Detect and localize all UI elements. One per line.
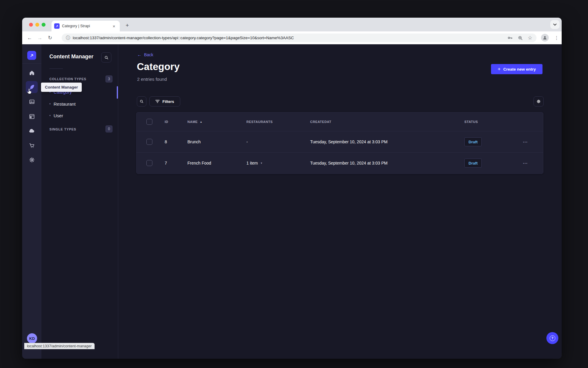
tab-strip: Category | Strapi × + [22, 18, 562, 31]
chevron-down-icon [553, 24, 557, 26]
active-item-indicator [117, 86, 118, 99]
cloud-icon [28, 127, 35, 134]
table-row[interactable]: 7 French Food 1 item▼ Tuesday, September… [137, 152, 543, 174]
media-library-icon [29, 99, 35, 105]
header-name[interactable]: NAME▲ [187, 120, 246, 124]
table-row[interactable]: 8 Brunch - Tuesday, September 10, 2024 a… [137, 131, 543, 152]
header-createdat[interactable]: CREATEDAT [310, 120, 464, 124]
filter-icon [155, 100, 160, 103]
entries-table: ID NAME▲ RESTAURANTS CREATEDAT STATUS 8 … [136, 112, 543, 174]
person-icon [542, 35, 547, 40]
header-id[interactable]: ID [165, 120, 187, 124]
subnav-item-restaurant[interactable]: Restaurant [49, 100, 75, 108]
hand-cursor [26, 88, 33, 95]
help-button[interactable]: ? [546, 332, 558, 344]
cell-restaurants: - [246, 139, 310, 144]
gear-icon [29, 157, 35, 163]
arrow-left-icon: ← [137, 52, 142, 57]
plus-icon: + [498, 66, 501, 72]
shopping-cart-icon [29, 142, 35, 149]
row-actions-menu[interactable]: ⋯ [523, 139, 528, 145]
nav-home-button[interactable] [26, 67, 38, 79]
header-restaurants[interactable]: RESTAURANTS [246, 120, 310, 124]
nav-settings-button[interactable] [26, 154, 38, 166]
cell-createdat: Tuesday, September 10, 2024 at 3:03 PM [310, 161, 464, 165]
collection-types-count-badge: 3 [105, 75, 113, 83]
single-types-label: SINGLE TYPES [49, 127, 76, 131]
main-content: ← Back Category 2 entries found + Create… [118, 44, 562, 359]
content-type-builder-icon [29, 113, 35, 120]
content-manager-tooltip: Content Manager [41, 83, 82, 92]
row-checkbox[interactable] [146, 160, 152, 166]
sidebar-divider [22, 63, 41, 64]
minimize-window-button[interactable] [35, 23, 39, 27]
tab-search-button[interactable] [550, 20, 560, 29]
cell-restaurants[interactable]: 1 item▼ [246, 161, 310, 165]
caret-down-icon: ▼ [260, 162, 263, 165]
url-text[interactable]: localhost:1337/admin/content-manager/col… [73, 36, 504, 40]
nav-content-type-builder-button[interactable] [26, 110, 38, 122]
select-all-checkbox[interactable] [146, 119, 152, 125]
search-icon [140, 99, 144, 104]
nav-deploy-button[interactable] [26, 125, 38, 137]
search-icon [104, 55, 109, 60]
browser-back-button[interactable]: ← [25, 33, 35, 43]
entries-count: 2 entries found [137, 77, 167, 82]
address-bar[interactable]: ⓘ localhost:1337/admin/content-manager/c… [62, 34, 537, 42]
subnav-title: Content Manager [49, 54, 93, 60]
bullet-icon [49, 103, 51, 104]
maximize-window-button[interactable] [42, 23, 46, 27]
strapi-app: KD Content Manager COLLECTION TYPES 3 Ca… [22, 44, 562, 359]
user-avatar[interactable]: KD [27, 333, 37, 343]
tab-title: Category | Strapi [62, 24, 112, 28]
create-new-entry-button[interactable]: + Create new entry [491, 64, 542, 74]
subnav-divider [49, 69, 63, 69]
gear-icon [536, 99, 541, 104]
home-icon [29, 70, 35, 76]
sort-asc-icon: ▲ [200, 121, 202, 123]
cell-name: Brunch [187, 139, 246, 144]
site-info-icon[interactable]: ⓘ [66, 35, 70, 41]
status-badge: Draft [464, 159, 482, 168]
collection-types-label: COLLECTION TYPES [49, 77, 86, 81]
close-window-button[interactable] [29, 23, 33, 27]
browser-reload-button[interactable]: ↻ [45, 33, 55, 43]
password-manager-icon[interactable] [507, 35, 513, 41]
browser-toolbar: ← → ↻ ⓘ localhost:1337/admin/content-man… [22, 31, 562, 44]
strapi-logo[interactable] [27, 51, 36, 60]
bullet-icon [49, 115, 51, 116]
subnav-search-button[interactable] [101, 52, 111, 63]
cell-id: 7 [165, 161, 187, 165]
row-checkbox[interactable] [146, 139, 152, 145]
subnav-item-label: Restaurant [54, 101, 75, 107]
new-tab-button[interactable]: + [123, 21, 132, 30]
question-mark-icon: ? [550, 335, 555, 341]
header-status[interactable]: STATUS [464, 120, 523, 124]
create-button-label: Create new entry [503, 67, 536, 72]
strapi-favicon-icon [54, 23, 60, 29]
status-badge: Draft [464, 137, 482, 146]
table-header-row: ID NAME▲ RESTAURANTS CREATEDAT STATUS [137, 112, 543, 131]
list-search-button[interactable] [137, 96, 146, 107]
browser-tab[interactable]: Category | Strapi × [51, 21, 120, 31]
single-types-count-badge: 0 [105, 125, 113, 133]
nav-marketplace-button[interactable] [26, 139, 38, 151]
browser-window: Category | Strapi × + ← → ↻ ⓘ localhost:… [22, 18, 562, 359]
row-actions-menu[interactable]: ⋯ [523, 160, 528, 166]
browser-menu-icon[interactable]: ⋮ [553, 34, 560, 42]
filters-button[interactable]: Filters [149, 96, 180, 107]
view-settings-button[interactable] [534, 96, 544, 107]
status-bar-link: localhost:1337/admin/content-manager [24, 343, 95, 349]
cell-id: 8 [165, 139, 187, 144]
page-title: Category [137, 61, 180, 72]
zoom-page-icon[interactable] [518, 35, 523, 41]
browser-forward-button[interactable]: → [35, 33, 45, 43]
nav-media-library-button[interactable] [26, 96, 38, 108]
close-tab-icon[interactable]: × [112, 24, 116, 29]
filters-label: Filters [162, 99, 174, 104]
bookmark-star-icon[interactable]: ☆ [528, 35, 532, 41]
back-link[interactable]: ← Back [137, 52, 153, 57]
subnav-item-user[interactable]: User [49, 111, 63, 120]
cell-createdat: Tuesday, September 10, 2024 at 3:03 PM [310, 139, 464, 144]
browser-profile-avatar[interactable] [541, 34, 549, 42]
